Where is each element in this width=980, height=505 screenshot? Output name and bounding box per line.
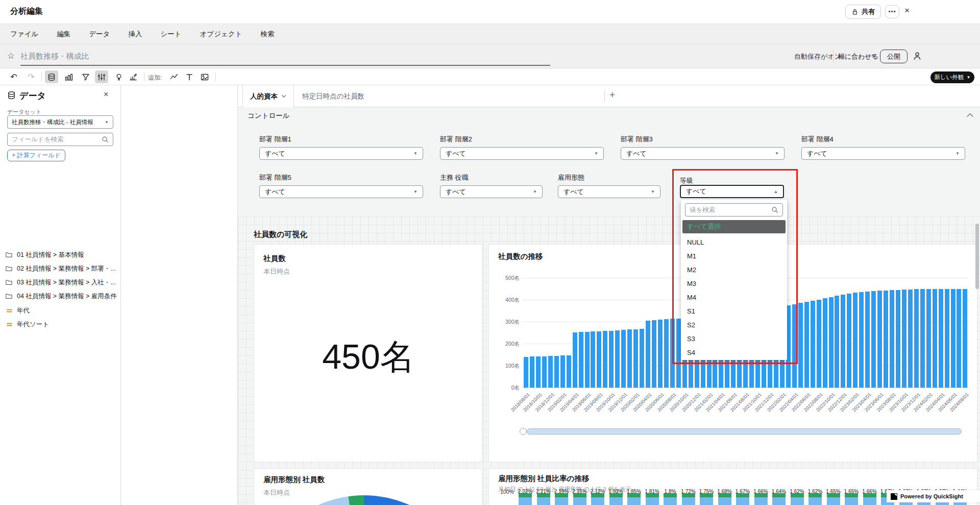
bar[interactable]: [957, 289, 961, 388]
control-combo-1[interactable]: すべて▼: [259, 147, 423, 160]
insights-button[interactable]: [112, 70, 126, 83]
undo-button[interactable]: ↶: [7, 70, 20, 83]
stack-bar-segment-top[interactable]: [700, 493, 713, 497]
menu-item-2[interactable]: 編集: [57, 30, 70, 39]
bar[interactable]: [817, 300, 821, 388]
menu-item-1[interactable]: ファイル: [10, 30, 38, 39]
stack-bar-segment-bottom[interactable]: [700, 497, 713, 505]
filter-button[interactable]: [79, 70, 92, 83]
menu-item-5[interactable]: シート: [160, 30, 181, 39]
bar[interactable]: [640, 329, 644, 388]
user-icon[interactable]: [913, 51, 922, 61]
stack-bar-segment-top[interactable]: [664, 493, 677, 497]
bar[interactable]: [920, 289, 925, 388]
stack-bar-segment-top[interactable]: [827, 493, 840, 497]
bar[interactable]: [933, 289, 937, 388]
stack-bar-segment-bottom[interactable]: [609, 497, 623, 505]
bar[interactable]: [847, 294, 851, 388]
folder-item-4[interactable]: 04 社員情報 > 業務情報 > 雇用条件: [5, 290, 117, 302]
stack-bar-segment-bottom[interactable]: [736, 497, 749, 505]
stack-bar-segment-bottom[interactable]: [646, 497, 659, 505]
bar[interactable]: [829, 297, 834, 388]
grade-option-m4[interactable]: M4: [682, 291, 786, 304]
field-item-2[interactable]: 年代ソート: [6, 318, 118, 330]
stack-bar-segment-top[interactable]: [519, 493, 532, 497]
grade-option-s1[interactable]: S1: [682, 304, 786, 318]
bar[interactable]: [597, 331, 601, 388]
bar[interactable]: [591, 331, 595, 388]
stack-bar-segment-top[interactable]: [555, 493, 568, 497]
stack-bar-segment-bottom[interactable]: [627, 497, 641, 505]
bar[interactable]: [676, 319, 681, 388]
grade-option-select-all[interactable]: すべて選択: [682, 220, 786, 233]
bar[interactable]: [573, 332, 577, 388]
bar[interactable]: [554, 356, 559, 388]
analysis-name-field[interactable]: 社員数推移・構成比: [20, 51, 550, 66]
bar[interactable]: [542, 356, 547, 388]
stack-bar-segment-bottom[interactable]: [555, 497, 568, 505]
stack-bar-segment-bottom[interactable]: [791, 497, 804, 505]
bar[interactable]: [963, 289, 967, 388]
stack-bar-segment-bottom[interactable]: [664, 497, 677, 505]
menu-item-3[interactable]: データ: [89, 30, 110, 39]
sheet-tab-2[interactable]: 特定日時点の社員数: [295, 85, 372, 107]
stack-bar-segment-top[interactable]: [791, 493, 804, 497]
bar[interactable]: [560, 355, 565, 388]
bar[interactable]: [530, 356, 534, 388]
stack-bar-segment-top[interactable]: [808, 493, 822, 497]
control-combo-4[interactable]: すべて▼: [801, 147, 965, 160]
pie-chart-employment-type[interactable]: 雇用形態別 社員数 本日時点: [254, 468, 482, 505]
stack-bar-segment-top[interactable]: [627, 493, 641, 497]
canvas-vertical-scrollbar[interactable]: [975, 224, 979, 289]
stack-bar-segment-top[interactable]: [682, 493, 695, 497]
stack-bar-segment-top[interactable]: [573, 493, 586, 497]
stack-bar-segment-bottom[interactable]: [682, 497, 695, 505]
stack-bar-segment-bottom[interactable]: [754, 497, 768, 505]
grade-combo[interactable]: すべて ▲: [680, 185, 784, 198]
new-look-toggle[interactable]: 新しい外観 ▼: [930, 71, 974, 83]
grade-value-search-input[interactable]: [690, 206, 771, 213]
bar[interactable]: [664, 319, 669, 388]
visuals-button[interactable]: [62, 70, 76, 83]
stack-bar-segment-bottom[interactable]: [827, 497, 840, 505]
stack-bar-segment-top[interactable]: [736, 493, 749, 497]
bar[interactable]: [890, 290, 894, 388]
control-combo-2[interactable]: すべて▼: [440, 147, 604, 160]
stack-bar-segment-top[interactable]: [754, 493, 768, 497]
stack-bar-segment-bottom[interactable]: [519, 497, 532, 505]
chart-scrollbar-knob[interactable]: [520, 428, 527, 435]
bar[interactable]: [939, 289, 943, 388]
bar[interactable]: [646, 321, 650, 388]
bar[interactable]: [627, 329, 632, 388]
bar[interactable]: [798, 303, 803, 388]
sheet-tab-1[interactable]: 人的資本: [242, 85, 294, 107]
bar[interactable]: [609, 331, 614, 388]
stack-bar-segment-bottom[interactable]: [573, 497, 586, 505]
bar[interactable]: [914, 289, 919, 388]
bar[interactable]: [548, 356, 553, 388]
data-panel-toggle-button[interactable]: [45, 70, 58, 83]
bar[interactable]: [896, 290, 900, 388]
add-text-button[interactable]: [183, 70, 196, 83]
stack-bar-segment-bottom[interactable]: [845, 497, 858, 505]
stack-bar-segment-top[interactable]: [863, 493, 876, 497]
bar[interactable]: [908, 290, 913, 388]
stack-bar-segment-bottom[interactable]: [718, 497, 731, 505]
bar[interactable]: [615, 330, 620, 388]
grade-option-m1[interactable]: M1: [682, 249, 786, 263]
bar[interactable]: [865, 292, 870, 388]
bar[interactable]: [804, 302, 809, 388]
bar[interactable]: [871, 291, 876, 388]
data-panel-close-button[interactable]: ×: [104, 90, 108, 99]
parameters-button[interactable]: [95, 70, 108, 83]
bar[interactable]: [792, 304, 797, 388]
bar[interactable]: [835, 296, 839, 388]
stack-bar-segment-bottom[interactable]: [537, 497, 550, 505]
close-analysis-button[interactable]: ×: [904, 6, 910, 16]
kpi-visual-employee-count[interactable]: 社員数 本日時点 450名: [254, 244, 482, 462]
bar[interactable]: [811, 301, 815, 388]
bar[interactable]: [823, 298, 827, 388]
chart-scrollbar-handle[interactable]: [527, 428, 962, 435]
control-combo-6[interactable]: すべて▼: [440, 185, 543, 198]
grade-option-m2[interactable]: M2: [682, 263, 786, 277]
